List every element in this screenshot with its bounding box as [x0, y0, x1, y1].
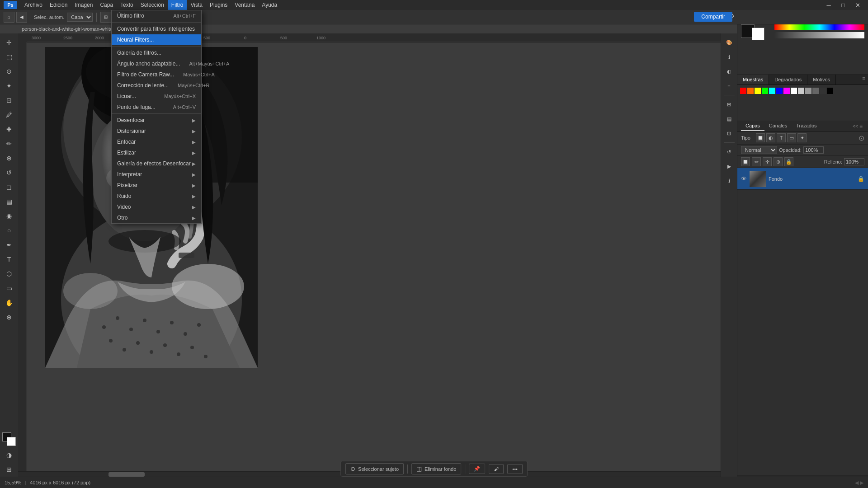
move-tool[interactable]: ✛: [2, 36, 16, 49]
menu-galeria-filtros[interactable]: Galería de filtros...: [112, 47, 201, 58]
menu-otro[interactable]: Otro ▶: [112, 212, 201, 223]
home-button[interactable]: ⌂: [4, 12, 14, 23]
properties-panel-icon[interactable]: ℹ: [722, 50, 736, 64]
menu-ultimo-filtro[interactable]: Último filtro Alt+Ctrl+F: [112, 10, 201, 21]
menu-camera-raw[interactable]: Filtro de Camera Raw... Mayús+Ctrl+A: [112, 69, 201, 80]
background-swatch[interactable]: [752, 28, 764, 40]
clone-tool[interactable]: ⊕: [2, 151, 16, 165]
layer-item[interactable]: 👁 Fondo 🔒: [737, 168, 868, 190]
layer-lock-icon[interactable]: 🔒: [858, 176, 864, 182]
filter-type-btn[interactable]: T: [777, 133, 786, 142]
color-panel-icon[interactable]: 🎨: [722, 36, 736, 49]
swatch[interactable]: [762, 88, 768, 94]
opacity-input[interactable]: [803, 146, 824, 154]
back-button[interactable]: ◀: [16, 12, 27, 23]
menu-angulo-ancho[interactable]: Ángulo ancho adaptable... Alt+Mayús+Ctrl…: [112, 58, 201, 69]
patterns-panel-icon[interactable]: ⊡: [722, 127, 736, 140]
menu-ayuda[interactable]: Ayuda: [258, 0, 281, 10]
swatch[interactable]: [776, 88, 783, 94]
pen-tool[interactable]: ✒: [2, 238, 16, 252]
filter-toggle-icon[interactable]: ⊙: [859, 134, 864, 142]
menu-texto[interactable]: Texto: [117, 0, 137, 10]
dodge-tool[interactable]: ○: [2, 224, 16, 237]
select-tool[interactable]: ⬚: [2, 50, 16, 64]
eyedropper-tool[interactable]: 🖉: [2, 108, 16, 122]
path-tool[interactable]: ⬡: [2, 267, 16, 281]
menu-interpretar[interactable]: Interpretar ▶: [112, 169, 201, 180]
lock-artboard-btn[interactable]: ⊕: [774, 157, 783, 166]
tab-layers[interactable]: Capas: [741, 121, 764, 131]
actions-panel-icon[interactable]: ▶: [722, 160, 736, 173]
magic-wand-tool[interactable]: ✦: [2, 79, 16, 93]
blend-mode-select[interactable]: Normal Multiplicar Pantalla: [741, 146, 777, 154]
paint-button[interactable]: 🖌: [489, 464, 504, 474]
lock-transparent-btn[interactable]: 🔲: [741, 157, 750, 166]
menu-plugins[interactable]: Plugins: [206, 0, 231, 10]
menu-distorsionar[interactable]: Distorsionar ▶: [112, 126, 201, 136]
menu-seleccion[interactable]: Selección: [137, 0, 168, 10]
more-button[interactable]: •••: [507, 464, 523, 474]
tab-swatches[interactable]: Muestras: [737, 75, 769, 84]
menu-desenfocar[interactable]: Desenfocar ▶: [112, 115, 201, 126]
gradients-panel-icon[interactable]: ▤: [722, 112, 736, 126]
select-subject-button[interactable]: ⊙ Seleccionar sujeto: [345, 463, 404, 474]
foreground-color[interactable]: [2, 432, 16, 446]
transform-button[interactable]: ⊞: [100, 12, 111, 23]
hue-slider[interactable]: [774, 24, 864, 30]
tab-gradients[interactable]: Degradados: [769, 75, 807, 84]
menu-licuar[interactable]: Licuar... Mayús+Ctrl+X: [112, 91, 201, 102]
text-tool[interactable]: T: [2, 253, 16, 266]
menu-pixelizar[interactable]: Pixelizar ▶: [112, 180, 201, 191]
layer-select[interactable]: Capa: [67, 13, 93, 22]
menu-capa[interactable]: Capa: [96, 0, 117, 10]
share-button[interactable]: Compartir: [694, 12, 732, 22]
lock-image-btn[interactable]: ✏: [752, 157, 761, 166]
remove-bg-button[interactable]: ◫ Eliminar fondo: [411, 463, 461, 474]
blur-tool[interactable]: ◉: [2, 209, 16, 223]
swatch[interactable]: [769, 88, 775, 94]
filter-smart-btn[interactable]: ✦: [797, 133, 807, 142]
tab-patterns[interactable]: Motivos: [807, 75, 836, 84]
gradient-tool[interactable]: ▤: [2, 195, 16, 208]
shape-tool[interactable]: ▭: [2, 282, 16, 295]
menu-correccion-lente[interactable]: Corrección de lente... Mayús+Ctrl+R: [112, 80, 201, 91]
swatch[interactable]: [755, 88, 761, 94]
menu-estilizar[interactable]: Estilizar ▶: [112, 147, 201, 158]
layers-options-icon[interactable]: ≡: [859, 123, 863, 129]
menu-video[interactable]: Video ▶: [112, 202, 201, 212]
tab-channels[interactable]: Canales: [764, 121, 792, 131]
layer-visibility-icon[interactable]: 👁: [741, 175, 747, 182]
zoom-tool[interactable]: ⊕: [2, 310, 16, 324]
swatch[interactable]: [747, 88, 754, 94]
maximize-icon[interactable]: □: [836, 0, 850, 10]
menu-neural-filters[interactable]: Neural Filters...: [112, 34, 201, 45]
hand-tool[interactable]: ✋: [2, 296, 16, 310]
menu-imagen[interactable]: Imagen: [71, 0, 96, 10]
history-brush-tool[interactable]: ↺: [2, 166, 16, 179]
tab-paths[interactable]: Trazados: [792, 121, 821, 131]
menu-convertir[interactable]: Convertir para filtros inteligentes: [112, 23, 201, 34]
history-panel-icon[interactable]: ↺: [722, 145, 736, 159]
close-icon[interactable]: ✕: [851, 0, 864, 10]
menu-galeria-efectos[interactable]: Galería de efectos Desenfocar ▶: [112, 158, 201, 169]
panel-options-icon-2[interactable]: ≡: [862, 75, 865, 82]
swatch[interactable]: [812, 88, 819, 94]
swatch[interactable]: [805, 88, 811, 94]
screen-mode-tool[interactable]: ⊞: [2, 463, 16, 476]
filter-kind-btn[interactable]: 🔲: [756, 133, 765, 142]
swatches-panel-icon[interactable]: ⊞: [722, 98, 736, 111]
adjustments-panel-icon[interactable]: ◐: [722, 65, 736, 78]
layers-expand-icon[interactable]: <<: [853, 124, 858, 129]
info-panel-icon[interactable]: ℹ: [722, 174, 736, 188]
menu-ventana[interactable]: Ventana: [231, 0, 258, 10]
lock-position-btn[interactable]: ✛: [763, 157, 772, 166]
crop-tool[interactable]: ⊡: [2, 94, 16, 107]
menu-vista[interactable]: Vista: [187, 0, 206, 10]
swatch[interactable]: [783, 88, 790, 94]
lasso-tool[interactable]: ⊙: [2, 65, 16, 78]
eraser-tool[interactable]: ◻: [2, 180, 16, 194]
menu-edicion[interactable]: Edición: [46, 0, 71, 10]
swatch[interactable]: [827, 88, 833, 94]
menu-enfocar[interactable]: Enfocar ▶: [112, 136, 201, 147]
healing-tool[interactable]: ✚: [2, 122, 16, 136]
